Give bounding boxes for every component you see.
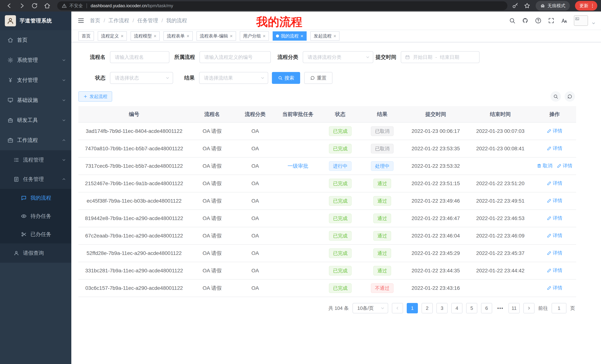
- cell-process-name: OA 请假: [190, 210, 234, 227]
- process-name-input[interactable]: [110, 51, 169, 63]
- sidebar-item[interactable]: 系统管理: [0, 50, 71, 70]
- current-task-link[interactable]: 一级审批: [288, 163, 308, 169]
- cell-current-task: [276, 140, 320, 157]
- tab[interactable]: 流程表单-编辑×: [197, 31, 236, 41]
- detail-link[interactable]: 详情: [557, 163, 572, 169]
- cell-submit-time: 2022-01-22 23:46:04: [404, 227, 468, 245]
- reload-icon[interactable]: [31, 2, 38, 9]
- kebab-menu-icon[interactable]: [590, 3, 595, 8]
- address-bar[interactable]: 不安全 dashboard.yudao.iocoder.cn/bpm/task/…: [57, 1, 507, 10]
- sidebar-item[interactable]: 工作流程: [0, 130, 71, 150]
- close-icon[interactable]: ×: [186, 34, 189, 38]
- forward-icon[interactable]: [19, 2, 25, 9]
- owner-process-input[interactable]: [200, 51, 271, 63]
- tab[interactable]: 流程表单×: [163, 31, 193, 41]
- close-icon[interactable]: ×: [300, 34, 303, 38]
- sidebar-item[interactable]: 基础设施: [0, 90, 71, 110]
- sidebar-item[interactable]: 待办任务: [0, 207, 71, 225]
- back-icon[interactable]: [6, 2, 13, 9]
- close-icon[interactable]: ×: [333, 34, 336, 38]
- tab[interactable]: 我的流程×: [273, 31, 307, 41]
- sidebar-item[interactable]: 请假查询: [0, 243, 71, 263]
- detail-link[interactable]: 详情: [547, 180, 562, 186]
- close-icon[interactable]: ×: [230, 34, 233, 38]
- page-button[interactable]: 1: [407, 303, 418, 313]
- result-select[interactable]: 请选择流结果: [199, 72, 268, 84]
- prev-page-button[interactable]: [392, 303, 403, 313]
- close-icon[interactable]: ×: [154, 34, 156, 38]
- key-icon[interactable]: [512, 2, 519, 9]
- status-tag: 已完成: [329, 231, 351, 241]
- page-button[interactable]: 6: [481, 303, 492, 313]
- page-button[interactable]: 11: [509, 303, 520, 313]
- breadcrumb-item[interactable]: 任务管理: [137, 17, 158, 24]
- update-button[interactable]: 更新: [575, 1, 597, 10]
- detail-link[interactable]: 详情: [547, 128, 562, 134]
- table-body: 3ad174fb-7b9d-11ec-8404-acde48001122OA 请…: [78, 123, 576, 297]
- cell-current-task: [276, 192, 320, 210]
- cancel-link[interactable]: 取消: [537, 163, 552, 169]
- tab[interactable]: 发起流程×: [310, 31, 340, 41]
- font-size-icon[interactable]: [561, 17, 568, 24]
- tab[interactable]: 流程定义×: [98, 31, 127, 41]
- status-select[interactable]: 请选择状态: [110, 72, 173, 84]
- page-size-select[interactable]: 10条/页: [352, 303, 388, 313]
- fullscreen-icon[interactable]: [548, 17, 555, 24]
- close-icon[interactable]: ×: [263, 34, 266, 38]
- infra-icon: [7, 97, 13, 103]
- sidebar-item[interactable]: 流程管理: [0, 150, 71, 170]
- show-search-button[interactable]: [551, 91, 561, 102]
- page-button[interactable]: 5: [466, 303, 477, 313]
- table-toolbar: 发起流程: [78, 91, 575, 102]
- cell-result: 通过: [361, 227, 404, 245]
- refresh-table-button[interactable]: [565, 91, 575, 102]
- active-dot: [276, 35, 279, 38]
- detail-link[interactable]: 详情: [547, 197, 562, 204]
- reset-button[interactable]: 重置: [304, 72, 332, 84]
- app-logo[interactable]: 芋道管理系统: [0, 11, 71, 30]
- avatar[interactable]: [574, 15, 588, 26]
- more-pages-icon[interactable]: •••: [496, 305, 505, 311]
- page-button[interactable]: 4: [451, 303, 462, 313]
- chevron-down-icon: [62, 158, 66, 162]
- submit-time-range[interactable]: 开始日期 - 结束日期: [401, 51, 480, 63]
- sidebar-item[interactable]: 我的流程: [0, 189, 71, 207]
- hamburger-icon[interactable]: [77, 17, 85, 24]
- table-row: 331bc281-7b9a-11ec-a290-acde48001122OA 请…: [78, 262, 576, 279]
- detail-link[interactable]: 详情: [547, 215, 562, 221]
- sidebar-item[interactable]: 研发工具: [0, 110, 71, 130]
- sidebar-item[interactable]: 首页: [0, 30, 71, 50]
- close-icon[interactable]: ×: [121, 34, 123, 38]
- star-icon[interactable]: [524, 2, 531, 9]
- category-select[interactable]: 请选择流程分类: [303, 51, 373, 63]
- question-icon[interactable]: [535, 17, 541, 24]
- goto-page-input[interactable]: [551, 303, 566, 313]
- tab[interactable]: 首页: [78, 31, 94, 41]
- detail-link[interactable]: 详情: [547, 250, 562, 256]
- detail-link[interactable]: 详情: [547, 285, 562, 291]
- breadcrumb-item[interactable]: 我的流程: [166, 17, 187, 24]
- github-icon[interactable]: [522, 17, 529, 24]
- next-page-button[interactable]: [523, 303, 534, 313]
- page-button[interactable]: 3: [436, 303, 448, 313]
- sidebar-item[interactable]: 任务管理: [0, 170, 71, 189]
- breadcrumb-item[interactable]: 首页: [90, 17, 100, 24]
- search-button[interactable]: 搜索: [272, 72, 300, 84]
- sidebar-item[interactable]: 支付管理: [0, 70, 71, 90]
- breadcrumb-item[interactable]: 工作流程: [109, 17, 129, 24]
- create-process-button[interactable]: 发起流程: [78, 91, 112, 102]
- cell-process-id: 7470a810-7b9b-11ec-b5b7-acde48001122: [78, 140, 190, 157]
- home-icon[interactable]: [44, 2, 50, 9]
- table-row: 67c2eaab-7b9a-11ec-a290-acde48001122OA 请…: [78, 227, 576, 245]
- search-icon[interactable]: [509, 17, 516, 24]
- sidebar-item[interactable]: 已办任务: [0, 225, 71, 243]
- cell-end-time: [468, 157, 533, 175]
- tab[interactable]: 流程模型×: [130, 31, 160, 41]
- detail-link[interactable]: 详情: [547, 232, 562, 239]
- detail-link[interactable]: 详情: [547, 267, 562, 274]
- detail-link[interactable]: 详情: [547, 145, 562, 152]
- tab[interactable]: 用户分组×: [240, 31, 269, 41]
- cell-actions: 详情: [533, 227, 576, 245]
- page-button[interactable]: 2: [421, 303, 433, 313]
- chevron-down-icon[interactable]: [591, 21, 596, 25]
